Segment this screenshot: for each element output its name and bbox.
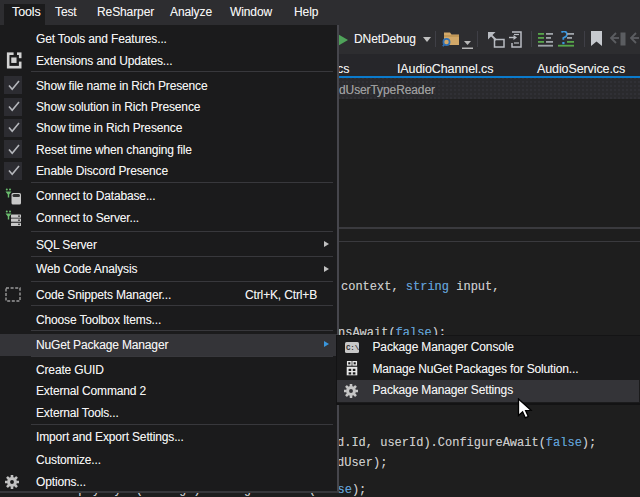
svg-text:C:\: C:\ bbox=[346, 344, 359, 352]
